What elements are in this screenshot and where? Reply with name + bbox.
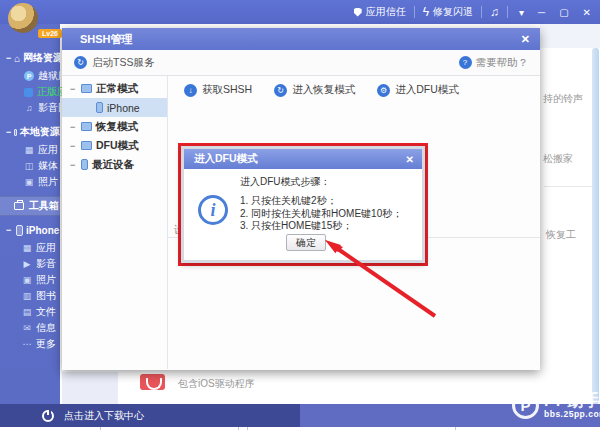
music-icon[interactable]: ♫ (490, 6, 499, 18)
tree-item-recovery-mode[interactable]: − 恢复模式 (62, 117, 167, 136)
sidebar-item-label: 文件 (36, 305, 56, 319)
start-tss-label: 启动TSS服务 (92, 56, 154, 70)
dfu-intro: 进入DFU模式步骤： (240, 175, 331, 189)
tree-item-label: 正常模式 (96, 82, 138, 96)
shield-icon (354, 8, 362, 17)
tree-item-normal-mode[interactable]: − 正常模式 (62, 79, 167, 98)
pp-icon: P (24, 71, 34, 81)
collapse-icon[interactable]: − (70, 84, 77, 94)
sidebar-item-device-more[interactable]: ⋯ 更多 (0, 336, 60, 352)
separator (414, 6, 415, 18)
tree-item-dfu-mode[interactable]: − DFU模式 (62, 136, 167, 155)
dfu-step-3: 3. 只按住HOME键15秒； (240, 220, 402, 233)
background-toolbar-strip (540, 24, 600, 48)
collapse-icon[interactable]: − (6, 53, 11, 63)
tree-item-recent-devices[interactable]: − 最近设备 (62, 155, 167, 174)
fix-crash-button[interactable]: ϟ 修复闪退 (423, 5, 473, 19)
dfu-dialog-body: i 进入DFU模式步骤： 1. 只按住关机键2秒； 2. 同时按住关机键和HOM… (184, 169, 422, 260)
collapse-icon[interactable]: − (6, 127, 11, 137)
itunes-driver-icon (140, 374, 165, 390)
sidebar-group-network[interactable]: − ⌂ 网络资源 (0, 48, 60, 68)
sidebar-item-label: 照片 (38, 175, 58, 189)
scrollbar[interactable] (592, 48, 599, 404)
sidebar-item-local-media[interactable]: ◫ 媒体 (0, 158, 60, 174)
download-center-icon (42, 410, 54, 422)
sidebar: − ⌂ 网络资源 P 越狱应用 正版应用 ♫ 影音图书 − 本地资源 ▦ 应用 … (0, 24, 60, 404)
maximize-button[interactable]: ▢ (556, 7, 571, 18)
sidebar-item-label: 应用 (36, 241, 56, 255)
sidebar-item-device-messages[interactable]: ✉ 信息 (0, 320, 60, 336)
collapse-icon[interactable]: − (70, 160, 77, 170)
skin-menu-icon[interactable]: ▾ (516, 7, 527, 18)
minimize-button[interactable]: ─ (535, 7, 548, 18)
tree-item-label: iPhone (107, 102, 140, 114)
iphone-icon (16, 225, 23, 236)
dfu-step-2: 2. 同时按住关机键和HOME键10秒； (240, 208, 402, 221)
enter-dfu-button[interactable]: ⚙ 进入DFU模式 (377, 83, 459, 97)
app-trust-label: 应用信任 (366, 5, 406, 19)
device-tree: − 正常模式 iPhone − 恢复模式 − DFU模式 − 最近设备 (62, 76, 168, 369)
shsh-close-icon[interactable]: ✕ (521, 33, 530, 46)
close-button[interactable]: ✕ (580, 7, 594, 18)
red-annotation-box: 进入DFU模式 ✕ i 进入DFU模式步骤： 1. 只按住关机键2秒； 2. 同… (178, 143, 428, 266)
dfu-dialog-titlebar[interactable]: 进入DFU模式 ✕ (184, 149, 422, 169)
fetch-shsh-button[interactable]: ↓ 获取SHSH (184, 83, 252, 97)
sidebar-item-device-photos[interactable]: ▣ 照片 (0, 272, 60, 288)
shsh-body: − 正常模式 iPhone − 恢复模式 − DFU模式 − 最近设备 (62, 76, 540, 369)
dfu-dialog-title: 进入DFU模式 (194, 152, 406, 166)
photo-icon: ▣ (22, 275, 32, 285)
help-label: 需要帮助？ (476, 56, 529, 70)
driver-note: 包含iOS驱动程序 (178, 377, 255, 391)
topbar: 应用信任 ϟ 修复闪退 ♫ ▾ ─ ▢ ✕ (0, 0, 600, 24)
start-tss-button[interactable]: ↻ 启动TSS服务 (74, 56, 154, 70)
ok-button[interactable]: 确定 (286, 234, 326, 251)
watermark-name: PP助手 (544, 392, 600, 409)
recovery-icon: ↻ (274, 84, 287, 97)
dfu-step-1: 1. 只按住关机键2秒； (240, 195, 402, 208)
tree-item-label: 最近设备 (92, 158, 134, 172)
sidebar-item-local-apps[interactable]: ▦ 应用 (0, 142, 60, 158)
genuine-app-icon (24, 88, 33, 97)
sidebar-group-iphone[interactable]: − iPhone (0, 220, 60, 240)
sidebar-group-label: iPhone (26, 225, 59, 236)
lightning-icon: ϟ (423, 6, 429, 18)
app-trust-button[interactable]: 应用信任 (354, 5, 406, 19)
shsh-manager-window: SHSH管理 ✕ ↻ 启动TSS服务 ? 需要帮助？ − 正常模式 iPhone… (62, 28, 540, 370)
message-icon: ✉ (22, 323, 32, 333)
sidebar-group-local[interactable]: − 本地资源 (0, 122, 60, 142)
sidebar-item-device-files[interactable]: ▤ 文件 (0, 304, 60, 320)
collapse-icon[interactable]: − (70, 122, 77, 132)
sidebar-item-genuine-apps[interactable]: 正版应用 (0, 84, 60, 100)
enter-recovery-button[interactable]: ↻ 进入恢复模式 (274, 83, 355, 97)
device-mode-icon (81, 122, 92, 131)
book-icon: ▥ (22, 291, 32, 301)
monitor-icon (14, 129, 17, 136)
sidebar-item-device-books[interactable]: ▥ 图书 (0, 288, 60, 304)
sidebar-item-label: 影音 (36, 257, 56, 271)
sidebar-item-device-apps[interactable]: ▦ 应用 (0, 240, 60, 256)
file-icon: ▤ (22, 307, 32, 317)
dfu-icon: ⚙ (377, 84, 390, 97)
sidebar-item-toolbox[interactable]: 工具箱 (0, 196, 60, 216)
grid-icon: ▦ (24, 145, 34, 155)
shsh-window-titlebar[interactable]: SHSH管理 ✕ (62, 28, 540, 50)
sidebar-item-label: 更多 (36, 337, 56, 351)
download-center-button[interactable]: 点击进入下载中心 (0, 404, 300, 427)
tree-item-iphone[interactable]: iPhone (62, 98, 167, 117)
background-restore-fragment: 恢复工 (546, 228, 576, 242)
help-button[interactable]: ? 需要帮助？ (459, 56, 529, 70)
sidebar-item-local-photos[interactable]: ▣ 照片 (0, 174, 60, 190)
watermark-site: bbs.25pp.com (544, 409, 600, 419)
actions-row: ↓ 获取SHSH ↻ 进入恢复模式 ⚙ 进入DFU模式 (168, 76, 540, 104)
dfu-close-icon[interactable]: ✕ (406, 154, 414, 165)
sidebar-item-media-books[interactable]: ♫ 影音图书 (0, 100, 60, 116)
avatar[interactable] (8, 3, 38, 33)
sidebar-item-jailbreak-apps[interactable]: P 越狱应用 (0, 68, 60, 84)
topbar-right-cluster: 应用信任 ϟ 修复闪退 ♫ ▾ ─ ▢ ✕ (354, 0, 594, 24)
more-icon: ⋯ (22, 339, 32, 349)
collapse-icon[interactable]: − (70, 141, 77, 151)
collapse-icon[interactable]: − (6, 225, 13, 235)
dfu-steps: 1. 只按住关机键2秒； 2. 同时按住关机键和HOME键10秒； 3. 只按住… (240, 195, 402, 233)
sidebar-item-label: 照片 (36, 273, 56, 287)
sidebar-item-device-video[interactable]: ▶ 影音 (0, 256, 60, 272)
